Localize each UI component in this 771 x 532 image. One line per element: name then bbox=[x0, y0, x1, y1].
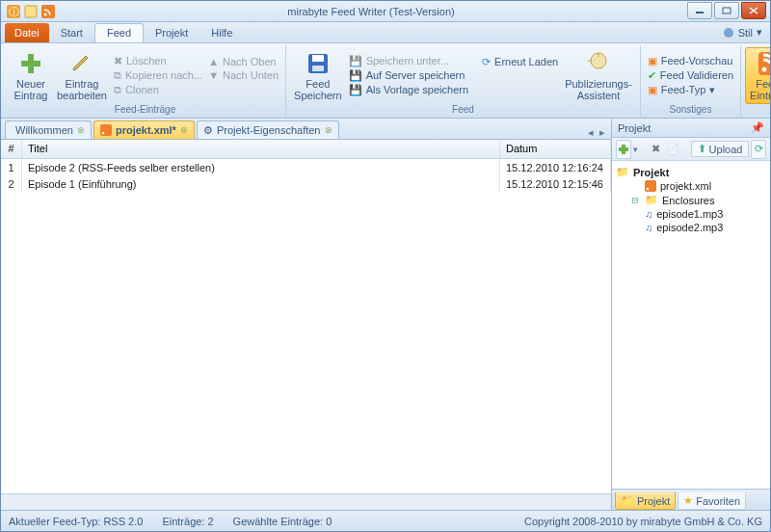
tree-item[interactable]: ♫episode2.mp3 bbox=[616, 221, 766, 234]
grid-header: # Titel Datum bbox=[1, 140, 611, 159]
svg-point-27 bbox=[647, 188, 649, 190]
project-pane: Projekt 📌 ▾ ✖ 📄 ⬆Upload ⟳ 📁Projekt proje… bbox=[612, 119, 770, 510]
folder-icon: 📁 bbox=[645, 194, 658, 206]
close-button[interactable] bbox=[741, 2, 766, 19]
status-copyright: Copyright 2008-2010 by mirabyte GmbH & C… bbox=[524, 516, 762, 527]
save-template-button[interactable]: 💾Als Vorlage speichern bbox=[346, 83, 471, 97]
status-count: Einträge: 2 bbox=[162, 516, 213, 527]
edit-entry-button[interactable]: Eintrag bearbeiten bbox=[53, 47, 111, 103]
upload-button[interactable]: ⬆Upload bbox=[691, 141, 750, 157]
col-num[interactable]: # bbox=[1, 140, 22, 158]
wand-icon bbox=[585, 50, 612, 77]
svg-point-17 bbox=[761, 67, 766, 72]
collapse-icon[interactable]: ⊟ bbox=[629, 194, 641, 206]
clone-button[interactable]: ⧉Clonen bbox=[111, 83, 205, 97]
content-area: Willkommen⊗ projekt.xml*⊗ ⚙Projekt-Eigen… bbox=[1, 119, 770, 510]
save-icon: 💾 bbox=[349, 55, 362, 67]
project-toolbar: ▾ ✖ 📄 ⬆Upload ⟳ bbox=[612, 138, 770, 161]
save-feed-button[interactable]: Feed Speichern bbox=[290, 47, 346, 103]
group-misc-label: Sonstiges bbox=[645, 103, 736, 116]
rss-icon: ▣ bbox=[648, 55, 657, 67]
tree-root[interactable]: 📁Projekt bbox=[616, 165, 766, 179]
add-button[interactable] bbox=[616, 140, 631, 159]
publish-assistant-button[interactable]: Publizierungs- Assistent bbox=[561, 47, 636, 103]
minimize-button[interactable] bbox=[687, 2, 712, 19]
pin-icon[interactable]: 📌 bbox=[751, 121, 764, 134]
tab-feed[interactable]: Feed bbox=[94, 23, 144, 42]
svg-rect-2 bbox=[25, 6, 37, 17]
tab-favorites[interactable]: ★Favoriten bbox=[678, 492, 746, 510]
save-icon bbox=[305, 50, 332, 77]
svg-rect-26 bbox=[645, 180, 656, 192]
copy-to-button[interactable]: ⧉Kopieren nach... bbox=[111, 68, 205, 83]
tab-hilfe[interactable]: Hilfe bbox=[199, 23, 244, 42]
tab-willkommen[interactable]: Willkommen⊗ bbox=[5, 120, 92, 139]
refresh-button[interactable]: ⟳ bbox=[751, 140, 766, 159]
tab-project[interactable]: 📁Projekt bbox=[615, 492, 676, 510]
server-icon: 💾 bbox=[349, 69, 362, 82]
rss-icon bbox=[757, 50, 771, 77]
svg-point-23 bbox=[102, 132, 104, 134]
col-title[interactable]: Titel bbox=[22, 140, 500, 158]
ribbon: Neuer Eintrag Eintrag bearbeiten ✖Lösche… bbox=[1, 43, 770, 119]
horizontal-scrollbar[interactable] bbox=[1, 493, 611, 510]
tab-start[interactable]: Start bbox=[49, 23, 94, 42]
tab-project-props[interactable]: ⚙Projekt-Eigenschaften⊗ bbox=[197, 120, 339, 139]
feed-validate-button[interactable]: ✔Feed Validieren bbox=[645, 68, 736, 83]
props-button[interactable]: 📄 bbox=[665, 140, 680, 159]
move-down-button[interactable]: ▼Nach Unten bbox=[205, 68, 281, 82]
svg-rect-13 bbox=[312, 55, 324, 62]
feed-type-menu[interactable]: ▣Feed-Typ▾ bbox=[645, 83, 736, 97]
tree-item[interactable]: ♫episode1.mp3 bbox=[616, 207, 766, 221]
new-entry-button[interactable]: Neuer Eintrag bbox=[9, 47, 53, 103]
chevron-down-icon: ▾ bbox=[709, 84, 715, 96]
close-icon[interactable]: ⊗ bbox=[325, 125, 332, 135]
x-icon: ✖ bbox=[114, 55, 122, 67]
table-row[interactable]: 2 Episode 1 (Einführung) 15.12.2010 12:1… bbox=[1, 175, 611, 192]
style-menu[interactable]: Stil ▾ bbox=[723, 26, 762, 39]
arrow-up-icon: ▲ bbox=[208, 56, 219, 67]
table-row[interactable]: 1 Episode 2 (RSS-Feeds selber erstellen)… bbox=[1, 159, 611, 175]
tab-prev-icon[interactable]: ◂ bbox=[588, 126, 594, 139]
group-feedentries-label: Feed-Einträge bbox=[9, 103, 281, 116]
maximize-button[interactable] bbox=[714, 2, 739, 19]
status-feed-type: Aktueller Feed-Typ: RSS 2.0 bbox=[9, 516, 143, 527]
col-date[interactable]: Datum bbox=[500, 140, 611, 158]
tab-projekt[interactable]: Projekt bbox=[144, 23, 199, 42]
copy-icon: ⧉ bbox=[114, 69, 121, 82]
close-icon[interactable]: ⊗ bbox=[77, 125, 85, 135]
upload-icon: ⬆ bbox=[698, 143, 706, 155]
title-bar: ⓘ mirabyte Feed Writer (Test-Version) bbox=[1, 1, 770, 22]
tab-projekt-xml[interactable]: projekt.xml*⊗ bbox=[93, 120, 195, 139]
rss-icon bbox=[100, 124, 112, 136]
music-icon: ♫ bbox=[645, 222, 652, 233]
save-server-button[interactable]: 💾Auf Server speichern bbox=[346, 68, 471, 83]
move-up-button[interactable]: ▲Nach Oben bbox=[205, 55, 281, 68]
check-icon: ✔ bbox=[648, 69, 656, 82]
grid-body[interactable]: 1 Episode 2 (RSS-Feeds selber erstellen)… bbox=[1, 159, 611, 493]
view-entries-button[interactable]: Feed- Einträge bbox=[745, 47, 771, 104]
close-icon[interactable]: ⊗ bbox=[180, 125, 188, 135]
qat-save-icon[interactable] bbox=[24, 5, 38, 18]
svg-rect-6 bbox=[723, 8, 731, 13]
menu-bar: Datei Start Feed Projekt Hilfe Stil ▾ bbox=[1, 22, 770, 43]
svg-rect-22 bbox=[100, 124, 112, 136]
delete-button[interactable]: ✖Löschen bbox=[111, 54, 205, 68]
reload-button[interactable]: ⟳Erneut Laden bbox=[479, 55, 561, 69]
delete-button[interactable]: ✖ bbox=[648, 140, 663, 159]
save-as-button[interactable]: 💾Speichern unter... bbox=[346, 54, 471, 68]
svg-text:ⓘ: ⓘ bbox=[9, 6, 19, 17]
tab-next-icon[interactable]: ▸ bbox=[599, 126, 605, 139]
tree-item[interactable]: projekt.xml bbox=[616, 179, 766, 193]
qat-rss-icon[interactable] bbox=[41, 5, 55, 18]
rss-icon bbox=[645, 180, 656, 192]
template-icon: 💾 bbox=[349, 84, 362, 96]
tree-folder-enclosures[interactable]: ⊟📁Enclosures bbox=[616, 193, 766, 207]
feed-preview-button[interactable]: ▣Feed-Vorschau bbox=[645, 54, 736, 68]
star-icon: ★ bbox=[683, 494, 693, 507]
file-menu[interactable]: Datei bbox=[5, 23, 49, 42]
project-tree[interactable]: 📁Projekt projekt.xml ⊟📁Enclosures ♫episo… bbox=[612, 161, 770, 489]
chevron-down-icon[interactable]: ▾ bbox=[633, 145, 638, 154]
status-bar: Aktueller Feed-Typ: RSS 2.0 Einträge: 2 … bbox=[1, 510, 770, 531]
chevron-down-icon: ▾ bbox=[757, 26, 762, 39]
